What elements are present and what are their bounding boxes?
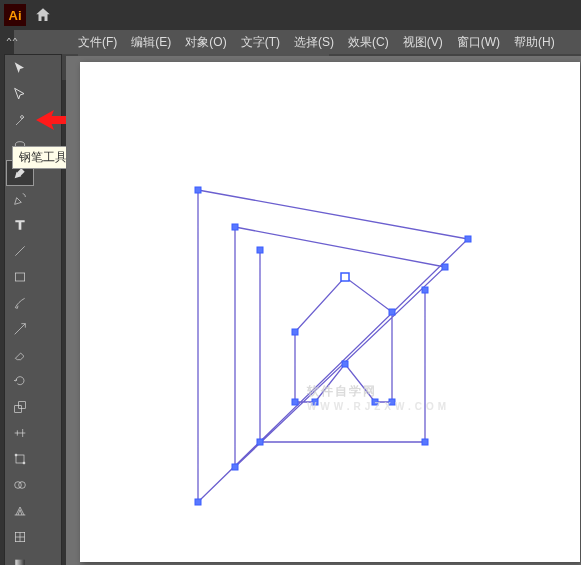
home-icon[interactable] [34,6,52,24]
toolbox [4,54,62,80]
menu-edit[interactable]: 编辑(E) [131,34,171,51]
vector-path[interactable] [80,62,580,80]
menu-object[interactable]: 对象(O) [185,34,226,51]
canvas-area[interactable]: 软件自学网 WWW.RJZXW.COM [66,56,581,80]
expand-toolbox-icon[interactable] [2,34,22,46]
menu-view[interactable]: 视图(V) [403,34,443,51]
menu-type[interactable]: 文字(T) [241,34,280,51]
menu-help[interactable]: 帮助(H) [514,34,555,51]
menu-file[interactable]: 文件(F) [78,34,117,51]
artboard[interactable]: 软件自学网 WWW.RJZXW.COM [80,62,580,80]
menu-effect[interactable]: 效果(C) [348,34,389,51]
menu-bar: 文件(F) 编辑(E) 对象(O) 文字(T) 选择(S) 效果(C) 视图(V… [0,30,581,54]
menu-select[interactable]: 选择(S) [294,34,334,51]
menu-window[interactable]: 窗口(W) [457,34,500,51]
selection-tool[interactable] [7,57,33,80]
app-logo: Ai [4,4,26,26]
